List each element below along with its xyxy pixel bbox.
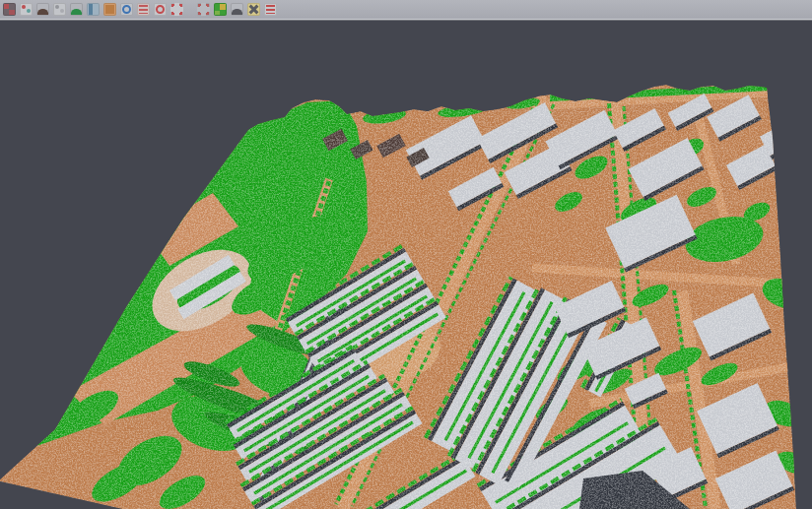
zoom-extent-icon: [170, 3, 183, 16]
zoom-extent-button[interactable]: [169, 1, 185, 19]
classification-colors-icon: [214, 3, 227, 16]
dem-terrain-button[interactable]: [34, 1, 51, 19]
orthophoto-button[interactable]: [102, 1, 118, 19]
sparse-cloud-icon: [53, 3, 66, 16]
selection-circle-icon: [154, 3, 167, 16]
selection-circle-button[interactable]: [152, 1, 169, 19]
orthophoto-icon: [103, 3, 116, 16]
classify-points-button[interactable]: [18, 1, 34, 19]
viewport-3d[interactable]: [0, 22, 812, 509]
application-window: { "toolbar": { "icons": [ {"name":"point…: [0, 0, 812, 509]
snapshot-button[interactable]: [195, 1, 212, 19]
shaded-model-button[interactable]: [229, 1, 245, 19]
attribute-table-icon: [137, 3, 150, 16]
attribute-table-button[interactable]: [135, 1, 152, 19]
cloud-layers: [0, 22, 812, 509]
point-cloud-icon: [3, 3, 16, 16]
toolbar: [0, 0, 812, 20]
clear-selection-icon: [247, 3, 260, 16]
measure-flag-icon: [264, 3, 277, 16]
measure-flag-button[interactable]: [262, 1, 279, 19]
noise-layer: [0, 22, 812, 509]
cross-section-button[interactable]: [85, 1, 102, 19]
clear-selection-button[interactable]: [245, 1, 262, 19]
dtm-vegetation-button[interactable]: [68, 1, 85, 19]
dtm-vegetation-icon: [70, 3, 83, 16]
classify-points-icon: [20, 3, 33, 16]
dem-terrain-icon: [36, 3, 49, 16]
point-cloud-scene: [0, 22, 812, 509]
point-cloud-button[interactable]: [1, 1, 18, 19]
web-globe-button[interactable]: [118, 1, 135, 19]
classification-colors-button[interactable]: [212, 1, 229, 19]
shaded-model-icon: [231, 3, 243, 16]
toolbar-separator: [185, 1, 195, 19]
snapshot-icon: [197, 3, 210, 16]
web-globe-icon: [120, 3, 133, 16]
cross-section-icon: [87, 3, 100, 16]
sparse-cloud-button[interactable]: [51, 1, 68, 19]
